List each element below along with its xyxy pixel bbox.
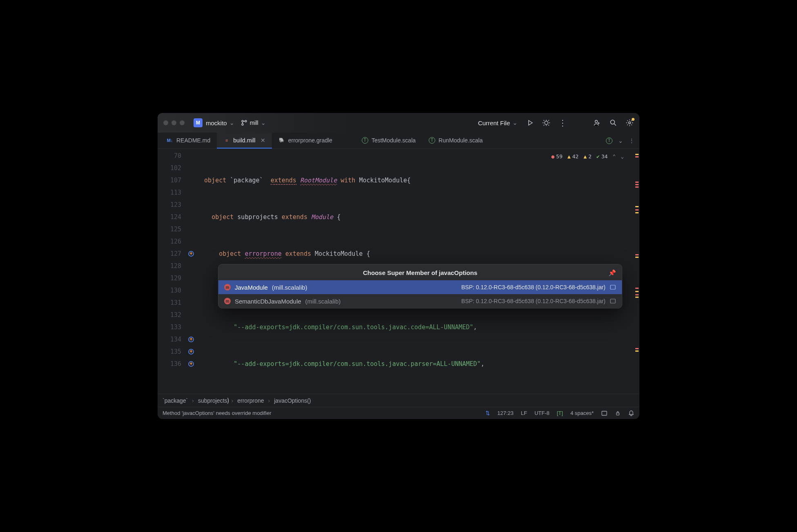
tab-errorprone-gradle[interactable]: 🐘 errorprone.gradle [272,133,339,149]
pin-icon[interactable]: 📌 [608,269,616,277]
stripe-mark[interactable] [635,294,639,295]
tab-label: errorprone.gradle [288,137,332,144]
popup-item-pkg: (mill.scalalib) [305,298,341,305]
run-config-selector[interactable]: Current File ⌄ [478,119,518,126]
svg-rect-12 [610,299,615,303]
zoom-window-icon[interactable] [180,120,185,125]
stripe-mark[interactable] [635,348,639,349]
tab-runmodule[interactable]: T RunModule.scala [422,133,489,149]
popup-item-semanticdb[interactable]: m SemanticDbJavaModule (mill.scalalib) B… [218,294,622,308]
weak-warning-icon: ▲ [583,151,587,163]
stripe-mark[interactable] [635,209,639,211]
tab-label: RunModule.scala [439,137,483,144]
popup-item-location: BSP: 0.12.0-RC3-68-d5c638 (0.12.0-RC3-68… [461,298,606,304]
warning-count: 42 [572,151,579,163]
stripe-mark[interactable] [635,206,639,207]
ok-icon: ✔ [597,151,600,163]
jar-icon [610,284,616,290]
stripe-mark[interactable] [635,257,639,258]
stripe-mark[interactable] [635,154,639,155]
close-window-icon[interactable] [163,120,168,125]
override-icon[interactable] [185,346,197,358]
stripe-mark[interactable] [635,212,639,213]
run-config-label: Current File [478,120,510,126]
settings-icon[interactable] [626,119,634,127]
editor-tabs: M↓ README.md ≡ build.mill ✕ 🐘 errorprone… [158,133,639,149]
editor-area[interactable]: 7010210711312312412512612712812913013113… [158,149,639,394]
mill-file-icon: ≡ [223,137,230,144]
project-name[interactable]: mockito [206,120,227,126]
stripe-mark[interactable] [635,254,639,255]
warning-icon: ▲ [568,151,571,163]
tab-testmodule[interactable]: T TestModule.scala [355,133,422,149]
chevron-down-icon: ⌄ [512,119,518,126]
minimize-window-icon[interactable] [171,120,176,125]
error-count: 59 [556,151,563,163]
override-icon[interactable] [185,248,197,260]
override-icon[interactable] [185,358,197,370]
run-button[interactable] [526,119,534,127]
svg-point-1 [242,124,243,125]
search-icon[interactable] [609,119,617,127]
chevron-down-icon: ⌄ [261,120,266,126]
more-tabs-icon[interactable]: ⋮ [629,137,634,144]
branch-icon [241,120,247,126]
svg-rect-11 [610,285,615,289]
svg-point-4 [595,120,597,123]
vcs-branch[interactable]: mill ⌄ [241,120,266,126]
weak-warning-count: 2 [588,151,592,163]
tab-label: TestModule.scala [372,137,416,144]
chevron-up-icon[interactable]: ⌃ [612,151,616,163]
svg-point-3 [545,121,548,124]
scala-test-icon: T [429,137,435,144]
stripe-mark[interactable] [635,156,639,157]
stripe-mark[interactable] [635,184,639,185]
tab-label: build.mill [233,137,255,144]
jar-icon [610,298,616,304]
stripe-mark[interactable] [635,297,639,298]
ide-window: M mockito ⌄ mill ⌄ Current File ⌄ ⋮ M↓ R… [158,113,639,419]
override-icon[interactable] [185,333,197,346]
svg-point-2 [245,120,247,122]
popup-item-name: JavaModule [235,284,268,291]
titlebar-right: Current File ⌄ ⋮ [478,118,634,128]
error-stripe[interactable] [634,149,639,394]
more-actions-icon[interactable]: ⋮ [559,118,567,128]
chevron-down-icon[interactable]: ⌄ [229,120,234,126]
popup-title: Choose Super Member of javacOptions [218,264,622,280]
scala-test-icon[interactable]: T [606,137,612,144]
svg-point-0 [242,120,243,122]
tab-build-mill[interactable]: ≡ build.mill ✕ [217,133,272,149]
line-numbers: 7010210711312312412512612712812913013113… [158,149,185,394]
gutter-icons [185,149,197,394]
popup-item-location: BSP: 0.12.0-RC3-68-d5c638 (0.12.0-RC3-68… [461,284,606,290]
close-icon[interactable]: ✕ [260,137,265,144]
tab-readme[interactable]: M↓ README.md [160,133,217,149]
super-member-popup: Choose Super Member of javacOptions 📌 m … [218,264,622,308]
debug-button[interactable] [542,119,550,127]
branch-name: mill [250,120,258,126]
stripe-mark[interactable] [635,291,639,292]
stripe-mark[interactable] [635,350,639,352]
module-icon: m [224,298,231,304]
stripe-mark[interactable] [635,186,639,188]
chevron-down-icon[interactable]: ⌄ [618,137,623,144]
chevron-down-icon[interactable]: ⌄ [621,151,624,163]
gradle-icon: 🐘 [278,137,285,144]
svg-point-6 [629,122,631,124]
error-icon: ● [551,151,554,163]
stripe-mark[interactable] [635,182,639,183]
project-badge: M [194,118,203,127]
stripe-mark[interactable] [635,288,639,289]
breadcrumb-item[interactable]: `package` [163,397,188,404]
svg-point-5 [610,120,614,124]
traffic-lights[interactable] [163,120,185,125]
popup-item-name: SemanticDbJavaModule [235,298,301,305]
code-with-me-icon[interactable] [593,119,601,127]
popup-item-javamodule[interactable]: m JavaModule (mill.scalalib) BSP: 0.12.0… [218,280,622,294]
popup-item-pkg: (mill.scalalib) [272,284,307,291]
module-icon: m [224,284,231,290]
scala-test-icon: T [362,137,368,144]
inspection-summary[interactable]: ●59 ▲42 ▲2 ✔34 ⌃ ⌄ [551,151,624,163]
tab-label: README.md [176,137,210,144]
